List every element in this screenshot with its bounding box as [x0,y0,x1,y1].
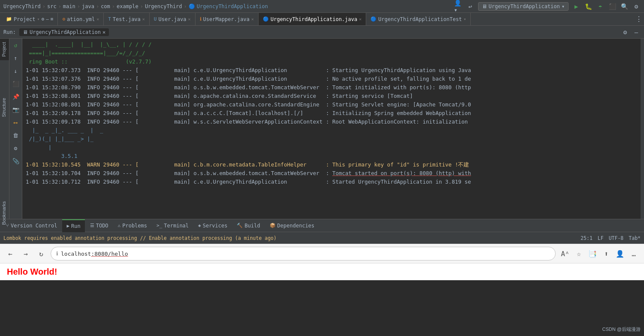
bottom-tab-todo[interactable]: ☰ TODO [86,219,113,232]
breadcrumb-active: UrgencyThirdApplication [197,3,268,9]
tab-application-yml[interactable]: ⚙ ation.yml ✕ [58,13,104,26]
bottom-tab-dependencies[interactable]: 📦 Dependencies [265,219,319,232]
breadcrumb-icon: 🔵 [189,3,195,9]
tab-user-java[interactable]: U User.java ✕ [150,13,196,26]
breadcrumb-item[interactable]: main [63,3,75,9]
browser-forward-button[interactable]: → [20,248,32,260]
breadcrumb-sep: › [112,3,115,9]
run-configuration[interactable]: 🖥 UrgencyThirdApplication ▾ [478,2,569,11]
settings-console-icon[interactable]: ⚙ [11,143,21,153]
tab-close-btn[interactable]: ✕ [96,17,99,21]
url-display: localhost:8080/hello [61,251,128,257]
bookmark-list-icon[interactable]: 📑 [587,248,599,260]
tab-close-btn[interactable]: ✕ [142,17,145,21]
stop-button[interactable]: ⬛ [608,2,617,11]
tab-dropdown-btn[interactable]: ▾ [463,17,466,21]
bottom-tab-label: Run [71,223,81,229]
watermark: CSDN @后端漫游 [602,326,641,333]
bottom-tab-label: Build [244,223,260,229]
share-icon[interactable]: ⬆ [600,248,612,260]
pin-bottom-icon[interactable]: 📎 [11,156,21,166]
settings-run-icon[interactable]: ⚙ [621,28,629,36]
tab-urgencythirdapplication-java[interactable]: 🔵 UrgencyThirdApplication.java ✕ [259,13,366,26]
dependencies-icon: 📦 [270,223,276,228]
side-tab-bookmarks[interactable]: Bookmarks [0,198,9,228]
tab-label: UrgencyThirdApplicationTest [378,16,462,22]
bookmark-icon[interactable]: ☆ [573,248,585,260]
java-icon: 🔵 [263,16,269,22]
run-app-name: UrgencyThirdApplication [30,29,101,35]
minimize-icon[interactable]: — [632,28,641,36]
coverage-button[interactable]: ☂ [596,2,605,11]
terminal-icon: >_ [156,223,162,228]
bottom-tab-label: Dependencies [277,223,315,229]
tab-label: UserMapper.java [203,16,250,22]
pin-icon[interactable]: 📌 [11,92,21,101]
debug-button[interactable]: 🐛 [584,2,593,11]
yml-icon: ⚙ [62,16,65,22]
breadcrumb-item[interactable]: src [47,3,57,9]
hello-world-text: Hello World! [7,267,57,277]
project-icon: 📁 [6,16,12,22]
breadcrumb-item[interactable]: example [117,3,138,9]
tab-project[interactable]: 📁 Project ▾ ⚙ — ≡ [2,13,58,26]
user-profile-icon[interactable]: 👤 [614,248,626,260]
java-test-icon: 🔵 [370,16,376,22]
breadcrumb-item[interactable]: UrgencyThird [145,3,182,9]
run-config-icon: 🖥 [482,3,487,9]
run-button[interactable]: ▶ [572,2,581,11]
side-tab-structure[interactable]: Structure [0,94,9,121]
diff-icon[interactable]: ⟷ [11,118,21,127]
bottom-tab-label: Services [203,223,228,229]
status-message: Lombok requires enabled annotation proce… [3,235,277,241]
trash-icon[interactable]: 🗑 [11,130,21,140]
camera-icon[interactable]: 📷 [11,105,21,114]
browser-back-button[interactable]: ← [4,248,16,260]
more-tabs-icon: ⋮ [635,15,642,23]
breadcrumb-sep: › [96,3,99,9]
tab-urgencythirdapplicationtest[interactable]: 🔵 UrgencyThirdApplicationTest ▾ [366,13,471,26]
lock-icon: ℹ [56,251,58,257]
address-bar[interactable]: ℹ localhost:8080/hello [51,247,556,260]
reader-mode-icon[interactable]: Aᴬ [559,248,571,260]
breadcrumb-item[interactable]: com [101,3,110,9]
tab-close-icon: ▾ [37,17,40,21]
breadcrumb-sep: › [140,3,143,9]
console-area: Project Structure Bookmarks ↺ ↑ ↓ ⬛ 📌 📷 … [0,39,644,219]
run-app-selector[interactable]: 🖥 UrgencyThirdApplication ✕ [19,28,109,36]
bottom-tab-build[interactable]: 🔨 Build [232,219,264,232]
breadcrumb-sep: › [184,3,187,9]
tab-close-btn[interactable]: ✕ [359,17,361,21]
breadcrumb-item[interactable]: UrgencyThird [3,3,41,9]
breadcrumb: UrgencyThird › src › main › java › com ›… [3,3,454,9]
divider-icon: — [46,16,49,22]
tab-label: User.java [158,16,186,22]
search-icon[interactable]: 🔍 [620,2,629,11]
tab-more-btn[interactable]: ⋮ [635,15,642,23]
settings-icon[interactable]: ⚙ [632,2,641,11]
tab-usermapper-java[interactable]: ℹ UserMapper.java ✕ [196,13,259,26]
rerun-icon[interactable]: ↺ [11,40,21,50]
scroll-up-icon[interactable]: ↑ [11,53,21,63]
tab-test-java[interactable]: T Test.java ✕ [104,13,150,26]
close-run-icon[interactable]: ✕ [102,29,105,35]
stop-process-icon[interactable]: ⬛ [11,79,21,88]
more-options-icon[interactable]: … [628,248,640,260]
bottom-tab-terminal[interactable]: >_ Terminal [152,219,193,232]
bottom-tab-run[interactable]: ▶ Run [62,219,84,232]
scroll-down-icon[interactable]: ↓ [11,66,21,76]
vcs-icon[interactable]: ↩ [466,2,475,11]
chevron-down-icon: ▾ [562,3,565,9]
tab-close-btn[interactable]: ✕ [188,17,191,21]
account-icon[interactable]: 👤▾ [454,2,463,11]
console-scrollbar[interactable] [641,39,644,219]
side-tab-project[interactable]: Project [0,39,9,60]
todo-icon: ☰ [90,223,94,228]
breadcrumb-item[interactable]: java [82,3,94,9]
console-output[interactable]: ____| .____| |__| |_\__, | / / / / ====|… [22,39,641,219]
browser-refresh-button[interactable]: ↻ [35,248,47,260]
tab-close-btn[interactable]: ✕ [251,17,254,21]
bottom-tab-services[interactable]: ◈ Services [194,219,232,232]
bottom-tab-problems[interactable]: ⚠ Problems [114,219,151,232]
bottom-tab-version-control[interactable]: ⑂ Version Control [2,219,61,232]
